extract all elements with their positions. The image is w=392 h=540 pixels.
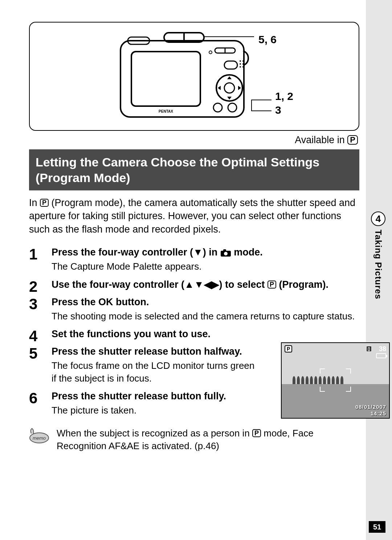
text: ) in (203, 247, 220, 258)
callout-line (204, 36, 254, 37)
available-in: Available in P (29, 134, 358, 146)
callout-line (251, 110, 271, 111)
section-title: Letting the Camera Choose the Optimal Se… (29, 149, 359, 190)
text: (Program). (276, 279, 328, 290)
svg-point-14 (240, 66, 241, 68)
memo-note: memo When the subject is recognized as a… (29, 427, 359, 452)
arrows-icon: ▲▼◀▶ (184, 279, 219, 290)
callout-56: 5, 6 (258, 33, 277, 46)
svg-rect-9 (224, 61, 237, 69)
down-arrow-icon: ▼ (193, 246, 203, 259)
mode-p-icon: P (40, 199, 49, 207)
text: Press the four-way controller ( (52, 247, 193, 258)
step-2: 2 Use the four-way controller (▲▼◀▶) to … (29, 278, 359, 294)
svg-text:memo: memo (33, 435, 46, 441)
text: Use the four-way controller ( (52, 279, 184, 290)
lcd-screen: P ▯ 38 08/01/2007 14:25 (281, 342, 390, 419)
text: When the subject is recognized as a pers… (57, 428, 252, 439)
lcd-date: 08/01/2007 (355, 404, 386, 410)
svg-point-8 (209, 51, 212, 54)
text: button. (113, 297, 149, 307)
text: Press the (52, 297, 98, 307)
lcd-time: 14:25 (371, 410, 386, 416)
page: 4 Taking Pictures 51 PENTAX (0, 0, 392, 540)
svg-point-15 (242, 66, 244, 68)
step-title: Press the four-way controller (▼) in mod… (52, 246, 359, 259)
svg-point-12 (240, 63, 241, 65)
text: (Program mode), the camera automatically… (29, 197, 355, 235)
text: mode. (231, 247, 263, 258)
step-number: 5 (29, 345, 42, 388)
step-title: Set the functions you want to use. (52, 328, 255, 340)
svg-point-10 (240, 60, 241, 62)
callout-line (251, 100, 271, 100)
step-3: 3 Press the OK button. The shooting mode… (29, 296, 359, 326)
callout-123: 1, 2 3 (275, 89, 293, 117)
ok-button-label: OK (98, 297, 113, 307)
available-label: Available in (295, 134, 347, 145)
step-title: Press the shutter release button halfway… (52, 345, 255, 358)
chapter-label: Taking Pictures (373, 230, 383, 299)
focus-bracket-icon (320, 368, 325, 374)
svg-point-18 (213, 103, 222, 112)
chapter-tab: 4 Taking Pictures (369, 211, 388, 299)
lcd-frame-count: 38 (379, 345, 386, 353)
svg-point-22 (224, 252, 228, 255)
mode-p-icon: P (347, 135, 358, 145)
camera-diagram: PENTAX (29, 22, 359, 131)
step-1: 1 Press the four-way controller (▼) in m… (29, 246, 359, 277)
svg-rect-4 (131, 52, 200, 106)
text: ) to select (219, 279, 268, 290)
callout-line (251, 100, 252, 110)
text: In (29, 197, 40, 208)
lcd-battery-icon (376, 353, 386, 358)
intro-paragraph: In P (Program mode), the camera automati… (29, 196, 359, 236)
lcd-memory-icon: ▯ (366, 346, 372, 352)
focus-bracket-icon (320, 387, 325, 392)
step-desc: The shooting mode is selected and the ca… (52, 310, 359, 323)
svg-rect-21 (223, 249, 226, 251)
lcd-preview: P ▯ 38 08/01/2007 14:25 (281, 342, 390, 419)
step-number: 6 (29, 390, 42, 420)
step-number: 1 (29, 246, 42, 277)
step-number: 4 (29, 328, 42, 344)
step-title: Press the shutter release button fully. (52, 390, 255, 403)
svg-point-17 (224, 83, 234, 93)
focus-bracket-icon (346, 368, 351, 374)
lcd-mode-indicator: P (285, 345, 292, 352)
memo-icon: memo (29, 427, 49, 444)
step-desc: The picture is taken. (52, 404, 255, 417)
svg-point-19 (228, 103, 237, 112)
step-title: Use the four-way controller (▲▼◀▶) to se… (52, 278, 359, 291)
step-4: 4 Set the functions you want to use. (29, 328, 359, 344)
step-desc: The Capture Mode Palette appears. (52, 260, 359, 273)
svg-point-13 (242, 63, 244, 65)
camera-mode-icon (220, 249, 231, 257)
svg-point-11 (242, 60, 244, 62)
mode-p-icon: P (268, 281, 276, 289)
svg-text:PENTAX: PENTAX (159, 109, 173, 113)
step-title: Press the OK button. (52, 296, 359, 309)
memo-text: When the subject is recognized as a pers… (57, 427, 359, 452)
focus-bracket-icon (346, 387, 351, 392)
page-number: 51 (369, 521, 385, 533)
step-number: 3 (29, 296, 42, 326)
camera-illustration: PENTAX (117, 30, 251, 124)
chapter-number: 4 (371, 211, 385, 226)
step-number: 2 (29, 278, 42, 294)
step-desc: The focus frame on the LCD monitor turns… (52, 359, 255, 385)
mode-p-icon: P (252, 429, 261, 437)
